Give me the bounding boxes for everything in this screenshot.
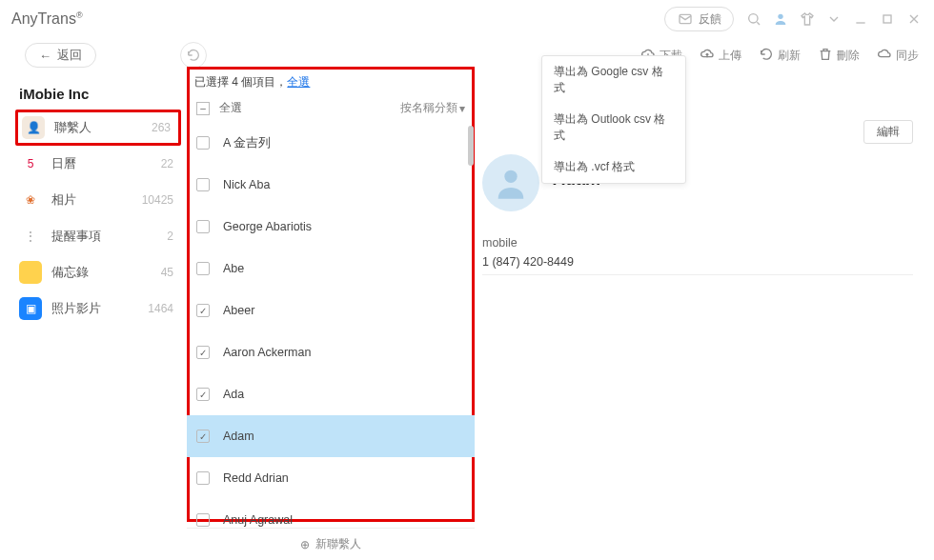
sidebar-item-2[interactable]: ❀相片10425 (15, 182, 181, 218)
app-name: AnyTrans (11, 10, 76, 27)
feedback-button[interactable]: 反饋 (664, 7, 734, 31)
contact-checkbox[interactable] (196, 388, 210, 401)
svg-point-2 (778, 14, 782, 19)
contact-name-label: Ada (223, 388, 244, 401)
sidebar-icon: ❀ (19, 189, 42, 211)
contact-list-panel: 已選擇 4 個項目，全選 – 全選 按名稱分類 ▾ A 金吉列Nick AbaG… (187, 72, 475, 560)
sidebar-icon: 5 (19, 152, 42, 175)
contact-name-label: Redd Adrian (223, 471, 289, 485)
scrollbar-thumb[interactable] (468, 126, 474, 166)
selection-prefix: 已選擇 (194, 75, 232, 89)
dropdown-item-outlook-csv[interactable]: 導出為 Outlook csv 格式 (542, 104, 685, 151)
sidebar-icon: ⋮ (19, 225, 42, 248)
window-controls-group (745, 10, 923, 28)
contact-row[interactable]: A 金吉列 (187, 122, 475, 164)
app-logo: AnyTrans® (11, 10, 83, 28)
dropdown-item-vcf[interactable]: 導出為 .vcf 格式 (542, 151, 685, 183)
feedback-label: 反饋 (699, 11, 721, 28)
select-all-checkbox[interactable]: – (196, 102, 210, 115)
upload-label: 上傳 (719, 48, 741, 64)
close-icon[interactable] (905, 10, 923, 28)
contact-checkbox[interactable] (196, 430, 210, 443)
account-name: iMobie Inc (19, 86, 177, 102)
contact-checkbox[interactable] (196, 136, 210, 150)
back-button[interactable]: ← 返回 (25, 43, 96, 68)
upload-action[interactable]: 上傳 (700, 47, 741, 65)
contact-row[interactable]: Adam (187, 415, 475, 457)
contact-name-label: Anuj Agrawal (223, 513, 293, 527)
cloud-upload-icon (700, 47, 715, 65)
contact-name-label: George Abariotis (223, 220, 312, 233)
cloud-sync-icon (877, 47, 892, 65)
refresh-icon (759, 47, 774, 65)
svg-point-4 (504, 170, 517, 183)
sync-action[interactable]: 同步 (877, 47, 919, 65)
svg-rect-3 (883, 15, 891, 23)
sidebar-item-5[interactable]: ▣照片影片1464 (15, 290, 181, 327)
sidebar-label: 相片 (51, 191, 142, 209)
user-icon[interactable] (772, 10, 789, 28)
contact-row[interactable]: Aaron Ackerman (187, 331, 475, 373)
sidebar-label: 日曆 (51, 155, 161, 172)
add-contact-label: 新聯繫人 (315, 536, 361, 552)
contact-row[interactable]: Anuj Agrawal (187, 499, 475, 528)
registered-mark: ® (76, 10, 83, 20)
contact-row[interactable]: George Abariotis (187, 206, 475, 248)
contact-checkbox[interactable] (196, 346, 210, 359)
contact-row[interactable]: Abeer (187, 290, 475, 331)
contact-name-label: Abe (223, 262, 244, 275)
refresh-action[interactable]: 刷新 (759, 47, 801, 65)
edit-button[interactable]: 編輯 (863, 120, 913, 144)
contact-checkbox[interactable] (196, 304, 210, 317)
contact-checkbox[interactable] (196, 178, 210, 191)
toolbar-row: ← 返回 下載 上傳 刷新 刪除 同步 (0, 38, 934, 72)
contact-name-label: Nick Aba (223, 178, 270, 191)
sidebar-item-3[interactable]: ⋮提醒事項2 (15, 218, 181, 254)
divider (482, 274, 913, 275)
arrow-left-icon: ← (39, 49, 51, 63)
sync-label: 同步 (896, 48, 919, 64)
sidebar: iMobie Inc 👤聯繫人2635日曆22❀相片10425⋮提醒事項2備忘錄… (0, 72, 187, 560)
maximize-icon[interactable] (879, 10, 896, 28)
trash-icon (818, 47, 833, 65)
shirt-icon[interactable] (799, 10, 816, 28)
minimize-icon[interactable] (852, 10, 869, 28)
sidebar-count: 22 (161, 157, 173, 170)
add-contact-button[interactable]: ⊕ 新聯繫人 (187, 528, 475, 560)
sidebar-item-0[interactable]: 👤聯繫人263 (15, 110, 181, 146)
sidebar-count: 10425 (142, 193, 173, 207)
select-all-label: 全選 (219, 100, 242, 116)
contact-list[interactable]: A 金吉列Nick AbaGeorge AbariotisAbeAbeerAar… (187, 122, 475, 528)
search-icon[interactable] (745, 10, 762, 28)
select-all-link[interactable]: 全選 (287, 75, 310, 89)
caret-down-icon: ▾ (459, 102, 465, 115)
contact-checkbox[interactable] (196, 513, 210, 527)
refresh-label: 刷新 (778, 48, 801, 64)
contact-name-label: Abeer (223, 304, 254, 317)
contact-checkbox[interactable] (196, 262, 210, 275)
contact-row[interactable]: Nick Aba (187, 164, 475, 206)
dropdown-item-google-csv[interactable]: 導出為 Google csv 格式 (542, 56, 685, 104)
main-area: iMobie Inc 👤聯繫人2635日曆22❀相片10425⋮提醒事項2備忘錄… (0, 72, 934, 560)
sidebar-count: 45 (161, 266, 173, 279)
refresh-icon-button[interactable] (180, 42, 207, 69)
svg-point-1 (749, 14, 758, 23)
avatar (482, 154, 539, 211)
chevron-down-icon[interactable] (825, 10, 843, 28)
sort-label: 按名稱分類 (400, 100, 457, 116)
sidebar-item-4[interactable]: 備忘錄45 (15, 254, 181, 290)
field-label: mobile (482, 236, 574, 250)
contact-row[interactable]: Abe (187, 248, 475, 290)
delete-action[interactable]: 刪除 (818, 47, 860, 65)
sidebar-item-1[interactable]: 5日曆22 (15, 146, 181, 182)
selection-status: 已選擇 4 個項目，全選 (187, 72, 475, 96)
list-header: – 全選 按名稱分類 ▾ (187, 96, 475, 122)
export-dropdown: 導出為 Google csv 格式 導出為 Outlook csv 格式 導出為… (541, 55, 686, 184)
sidebar-icon (19, 261, 42, 284)
contact-checkbox[interactable] (196, 471, 210, 485)
sidebar-label: 照片影片 (51, 300, 148, 317)
contact-row[interactable]: Redd Adrian (187, 457, 475, 499)
contact-row[interactable]: Ada (187, 373, 475, 415)
contact-checkbox[interactable] (196, 220, 210, 233)
sort-button[interactable]: 按名稱分類 ▾ (400, 100, 465, 116)
